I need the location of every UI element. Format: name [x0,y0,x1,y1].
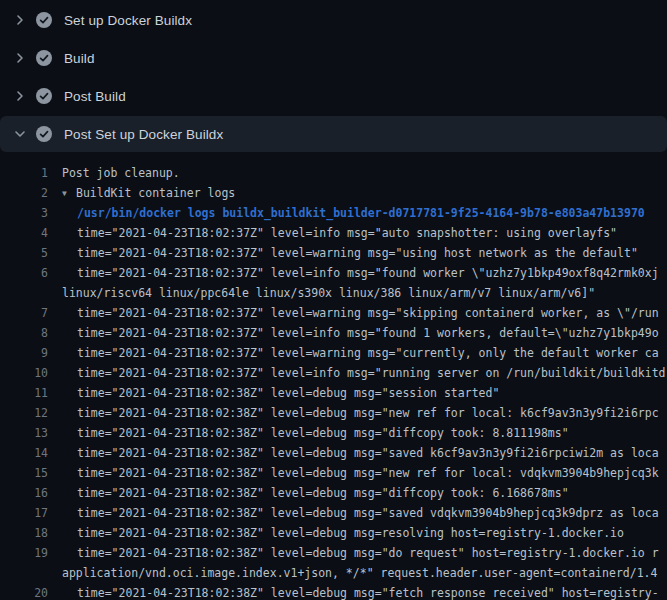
check-circle-icon [36,12,52,28]
log-text: time="2021-04-23T18:02:38Z" level=debug … [48,443,659,463]
log-row: 6 time="2021-04-23T18:02:37Z" level=info… [0,263,667,283]
line-number[interactable]: 20 [0,583,48,600]
step-label: Post Set up Docker Buildx [64,127,223,142]
step-label: Post Build [64,89,126,104]
check-circle-icon [36,88,52,104]
log-group-row: ▼BuildKit container logs [48,183,235,203]
group-title[interactable]: BuildKit container logs [76,186,235,200]
log-text: time="2021-04-23T18:02:37Z" level=info m… [48,363,666,383]
check-circle-icon [36,50,52,66]
line-number[interactable]: 19 [0,543,48,563]
log-text: time="2021-04-23T18:02:38Z" level=debug … [48,583,659,600]
line-number[interactable]: 15 [0,463,48,483]
log-row: 20 time="2021-04-23T18:02:38Z" level=deb… [0,583,667,600]
log-row: application/vnd.oci.image.index.v1+json,… [0,563,667,583]
check-circle-icon [36,126,52,142]
step-row-post-build[interactable]: Post Build [0,78,667,114]
log-row: 1 Post job cleanup. [0,163,667,183]
log-row: 4 time="2021-04-23T18:02:37Z" level=info… [0,223,667,243]
log-row: 16 time="2021-04-23T18:02:38Z" level=deb… [0,483,667,503]
line-number[interactable]: 14 [0,443,48,463]
log-view: 1 Post job cleanup. 2 ▼BuildKit containe… [0,154,667,600]
line-number[interactable]: 3 [0,203,48,223]
log-row: 7 time="2021-04-23T18:02:37Z" level=warn… [0,303,667,323]
log-text: time="2021-04-23T18:02:38Z" level=debug … [48,543,659,563]
log-text: application/vnd.oci.image.index.v1+json,… [48,563,657,583]
log-text: time="2021-04-23T18:02:38Z" level=debug … [48,423,569,443]
line-number[interactable]: 12 [0,403,48,423]
step-row-build[interactable]: Build [0,40,667,76]
log-text: linux/riscv64 linux/ppc64le linux/s390x … [48,283,595,303]
line-number[interactable]: 11 [0,383,48,403]
log-text: time="2021-04-23T18:02:38Z" level=debug … [48,463,659,483]
line-number[interactable]: 13 [0,423,48,443]
line-number[interactable]: 17 [0,503,48,523]
line-number [0,563,48,583]
line-number[interactable]: 2 [0,183,48,203]
chevron-down-icon[interactable] [12,126,28,142]
line-number[interactable]: 1 [0,163,48,183]
log-text: time="2021-04-23T18:02:37Z" level=warnin… [48,243,638,263]
log-text: time="2021-04-23T18:02:38Z" level=debug … [48,523,624,543]
line-number[interactable]: 10 [0,363,48,383]
log-text: time="2021-04-23T18:02:37Z" level=info m… [48,263,659,283]
chevron-right-icon[interactable] [12,50,28,66]
log-row: 12 time="2021-04-23T18:02:38Z" level=deb… [0,403,667,423]
log-row: 18 time="2021-04-23T18:02:38Z" level=deb… [0,523,667,543]
steps-list: Set up Docker Buildx Build Post Build [0,2,667,152]
line-number[interactable]: 7 [0,303,48,323]
log-row: 17 time="2021-04-23T18:02:38Z" level=deb… [0,503,667,523]
log-row: 15 time="2021-04-23T18:02:38Z" level=deb… [0,463,667,483]
step-row-set-up-docker-buildx[interactable]: Set up Docker Buildx [0,2,667,38]
log-text: time="2021-04-23T18:02:37Z" level=warnin… [48,343,659,363]
log-row: 8 time="2021-04-23T18:02:37Z" level=info… [0,323,667,343]
log-row: 10 time="2021-04-23T18:02:37Z" level=inf… [0,363,667,383]
line-number[interactable]: 18 [0,523,48,543]
line-number[interactable]: 8 [0,323,48,343]
step-row-post-set-up-docker-buildx[interactable]: Post Set up Docker Buildx [0,116,667,152]
log-text: time="2021-04-23T18:02:38Z" level=debug … [48,483,569,503]
chevron-right-icon[interactable] [12,12,28,28]
step-label: Build [64,51,95,66]
log-row: 9 time="2021-04-23T18:02:37Z" level=warn… [0,343,667,363]
log-text: Post job cleanup. [48,163,180,183]
log-row: linux/riscv64 linux/ppc64le linux/s390x … [0,283,667,303]
line-number[interactable]: 9 [0,343,48,363]
log-row: 3 /usr/bin/docker logs buildx_buildkit_b… [0,203,667,223]
line-number[interactable]: 16 [0,483,48,503]
line-number[interactable]: 4 [0,223,48,243]
log-row: 13 time="2021-04-23T18:02:38Z" level=deb… [0,423,667,443]
group-caret-icon[interactable]: ▼ [62,184,76,204]
actions-log-viewer: Set up Docker Buildx Build Post Build [0,0,667,600]
chevron-right-icon[interactable] [12,88,28,104]
log-row: 14 time="2021-04-23T18:02:38Z" level=deb… [0,443,667,463]
line-number[interactable]: 6 [0,263,48,283]
log-text: time="2021-04-23T18:02:38Z" level=debug … [48,383,499,403]
log-text: time="2021-04-23T18:02:38Z" level=debug … [48,503,659,523]
log-row: 2 ▼BuildKit container logs [0,183,667,203]
log-row: 19 time="2021-04-23T18:02:38Z" level=deb… [0,543,667,563]
log-text: time="2021-04-23T18:02:37Z" level=warnin… [48,303,659,323]
log-row: 5 time="2021-04-23T18:02:37Z" level=warn… [0,243,667,263]
line-number [0,283,48,303]
log-text: /usr/bin/docker logs buildx_buildkit_bui… [48,203,645,223]
line-number[interactable]: 5 [0,243,48,263]
log-text: time="2021-04-23T18:02:38Z" level=debug … [48,403,659,423]
step-label: Set up Docker Buildx [64,13,192,28]
log-text: time="2021-04-23T18:02:37Z" level=info m… [48,223,617,243]
log-row: 11 time="2021-04-23T18:02:38Z" level=deb… [0,383,667,403]
log-text: time="2021-04-23T18:02:37Z" level=info m… [48,323,659,343]
